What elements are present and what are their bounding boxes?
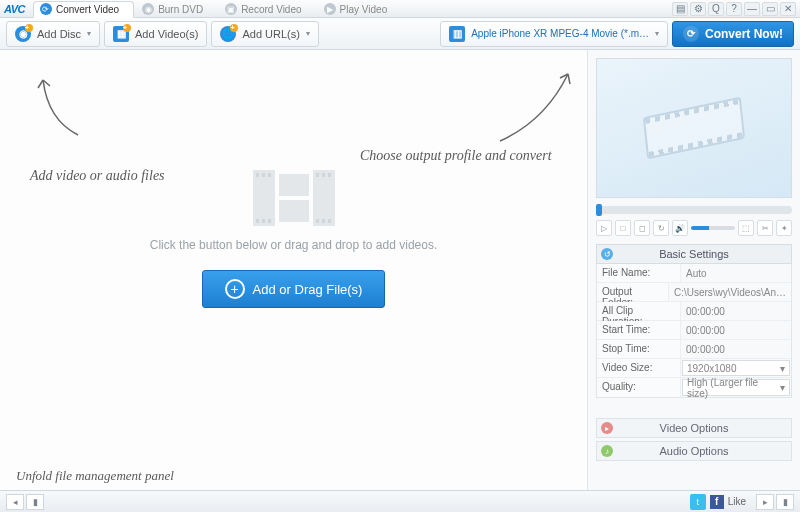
like-label[interactable]: Like bbox=[728, 496, 746, 507]
annotation-output-profile: Choose output profile and convert bbox=[360, 148, 552, 164]
add-disc-button[interactable]: ◉+Add Disc▾ bbox=[6, 21, 100, 47]
chevron-down-icon: ▾ bbox=[780, 382, 785, 393]
chevron-down-icon: ▾ bbox=[780, 363, 785, 374]
facebook-icon[interactable]: f bbox=[710, 495, 724, 509]
profile-icon: ▥ bbox=[449, 26, 465, 42]
annotation-add-files: Add video or audio files bbox=[30, 168, 165, 184]
seek-slider[interactable] bbox=[596, 206, 792, 214]
profile-label: Apple iPhone XR MPEG-4 Movie (*.m… bbox=[471, 28, 649, 39]
play-button[interactable]: ▷ bbox=[596, 220, 612, 236]
snapshot-button[interactable]: ◻ bbox=[634, 220, 650, 236]
loop-button[interactable]: ↻ bbox=[653, 220, 669, 236]
panel-toggle-right-button[interactable]: ▮ bbox=[776, 494, 794, 510]
settings-icon: ↺ bbox=[601, 248, 613, 260]
next-panel-button[interactable]: ▸ bbox=[756, 494, 774, 510]
player-controls: ▷ □ ◻ ↻ 🔊 ⬚ ✂ ✦ bbox=[596, 218, 792, 238]
help-icon[interactable]: ? bbox=[726, 2, 742, 16]
btn-label: Add Disc bbox=[37, 28, 81, 40]
search-icon[interactable]: Q bbox=[708, 2, 724, 16]
header-label: Basic Settings bbox=[659, 248, 729, 260]
row-quality: Quality:High (Larger file size)▾ bbox=[597, 378, 791, 397]
window-controls: ▤ ⚙ Q ? — ▭ ✕ bbox=[672, 2, 796, 16]
row-start-time: Start Time:00:00:00 bbox=[597, 321, 791, 340]
btn-label: Add or Drag File(s) bbox=[253, 282, 363, 297]
video-size-select[interactable]: 1920x1080▾ bbox=[682, 360, 790, 376]
disc-icon: ◉ bbox=[142, 3, 154, 15]
row-file-name: File Name:Auto bbox=[597, 264, 791, 283]
close-icon[interactable]: ✕ bbox=[780, 2, 796, 16]
settings-table: File Name:Auto Output Folder:C:\Users\wy… bbox=[596, 264, 792, 398]
main-area: Click the button below or drag and drop … bbox=[0, 50, 800, 490]
social-bar: t f Like ▸ ▮ bbox=[690, 494, 794, 510]
filmstrip-icon bbox=[253, 170, 335, 226]
mute-button[interactable]: 🔊 bbox=[672, 220, 688, 236]
minimize-icon[interactable]: — bbox=[744, 2, 760, 16]
add-urls-button[interactable]: 🌐+Add URL(s)▾ bbox=[211, 21, 318, 47]
panel-toggle-button[interactable]: ▮ bbox=[26, 494, 44, 510]
options-group: ▸Video Options ♪Audio Options bbox=[596, 418, 792, 464]
tab-label: Convert Video bbox=[56, 4, 119, 15]
prev-panel-button[interactable]: ◂ bbox=[6, 494, 24, 510]
status-bar: ◂ ▮ t f Like ▸ ▮ bbox=[0, 490, 800, 512]
effects-button[interactable]: ✦ bbox=[776, 220, 792, 236]
btn-label: Add Video(s) bbox=[135, 28, 198, 40]
label: Video Options bbox=[660, 422, 729, 434]
titlebar: AVC ⟳Convert Video ◉Burn DVD ▣Record Vid… bbox=[0, 0, 800, 18]
maximize-icon[interactable]: ▭ bbox=[762, 2, 778, 16]
gear-icon[interactable]: ⚙ bbox=[690, 2, 706, 16]
drop-zone[interactable]: Click the button below or drag and drop … bbox=[0, 170, 587, 308]
record-icon: ▣ bbox=[225, 3, 237, 15]
btn-label: Convert Now! bbox=[705, 27, 783, 41]
tab-strip: ⟳Convert Video ◉Burn DVD ▣Record Video ▶… bbox=[33, 0, 672, 18]
play-icon: ▶ bbox=[324, 3, 336, 15]
video-plus-icon: ▦+ bbox=[113, 26, 129, 42]
audio-icon: ♪ bbox=[601, 445, 613, 457]
side-panel: ▷ □ ◻ ↻ 🔊 ⬚ ✂ ✦ ↺Basic Settings File Nam… bbox=[588, 50, 800, 490]
panel-toggles-left: ◂ ▮ bbox=[6, 494, 44, 510]
app-logo: AVC bbox=[4, 3, 25, 15]
refresh-icon: ⟳ bbox=[40, 3, 52, 15]
tab-burn-dvd[interactable]: ◉Burn DVD bbox=[136, 1, 217, 18]
tab-label: Record Video bbox=[241, 4, 301, 15]
basic-settings-header[interactable]: ↺Basic Settings bbox=[596, 244, 792, 264]
preview-placeholder-icon bbox=[643, 97, 745, 160]
output-profile-selector[interactable]: ▥Apple iPhone XR MPEG-4 Movie (*.m…▾ bbox=[440, 21, 668, 47]
add-files-button[interactable]: +Add or Drag File(s) bbox=[202, 270, 386, 308]
preview-pane bbox=[596, 58, 792, 198]
add-videos-button[interactable]: ▦+Add Video(s) bbox=[104, 21, 207, 47]
tab-play-video[interactable]: ▶Play Video bbox=[318, 1, 402, 18]
file-panel: Click the button below or drag and drop … bbox=[0, 50, 588, 490]
disc-plus-icon: ◉+ bbox=[15, 26, 31, 42]
row-all-clip-duration: All Clip Duration:00:00:00 bbox=[597, 302, 791, 321]
annotation-arrow bbox=[490, 66, 580, 146]
chevron-down-icon: ▾ bbox=[306, 29, 310, 38]
annotation-arrow bbox=[28, 70, 88, 140]
stop-button[interactable]: □ bbox=[615, 220, 631, 236]
btn-label: Add URL(s) bbox=[242, 28, 299, 40]
crop-button[interactable]: ⬚ bbox=[738, 220, 754, 236]
audio-options-expander[interactable]: ♪Audio Options bbox=[596, 441, 792, 461]
tab-record-video[interactable]: ▣Record Video bbox=[219, 1, 315, 18]
video-icon: ▸ bbox=[601, 422, 613, 434]
row-video-size: Video Size:1920x1080▾ bbox=[597, 359, 791, 378]
label: Audio Options bbox=[659, 445, 728, 457]
row-output-folder: Output Folder:C:\Users\wy\Videos\An… bbox=[597, 283, 791, 302]
chevron-down-icon: ▾ bbox=[87, 29, 91, 38]
chevron-down-icon: ▾ bbox=[655, 29, 659, 38]
video-options-expander[interactable]: ▸Video Options bbox=[596, 418, 792, 438]
tab-convert-video[interactable]: ⟳Convert Video bbox=[33, 1, 134, 18]
row-stop-time: Stop Time:00:00:00 bbox=[597, 340, 791, 359]
trim-button[interactable]: ✂ bbox=[757, 220, 773, 236]
tab-label: Play Video bbox=[340, 4, 388, 15]
toolbar: ◉+Add Disc▾ ▦+Add Video(s) 🌐+Add URL(s)▾… bbox=[0, 18, 800, 50]
volume-slider[interactable] bbox=[691, 226, 735, 230]
annotation-unfold-panel: Unfold file management panel bbox=[16, 468, 174, 484]
tab-label: Burn DVD bbox=[158, 4, 203, 15]
twitter-icon[interactable]: t bbox=[690, 494, 706, 510]
convert-now-button[interactable]: ⟳Convert Now! bbox=[672, 21, 794, 47]
drop-hint: Click the button below or drag and drop … bbox=[0, 238, 587, 252]
convert-icon: ⟳ bbox=[683, 26, 699, 42]
plus-icon: + bbox=[225, 279, 245, 299]
menu-icon[interactable]: ▤ bbox=[672, 2, 688, 16]
quality-select[interactable]: High (Larger file size)▾ bbox=[682, 379, 790, 396]
